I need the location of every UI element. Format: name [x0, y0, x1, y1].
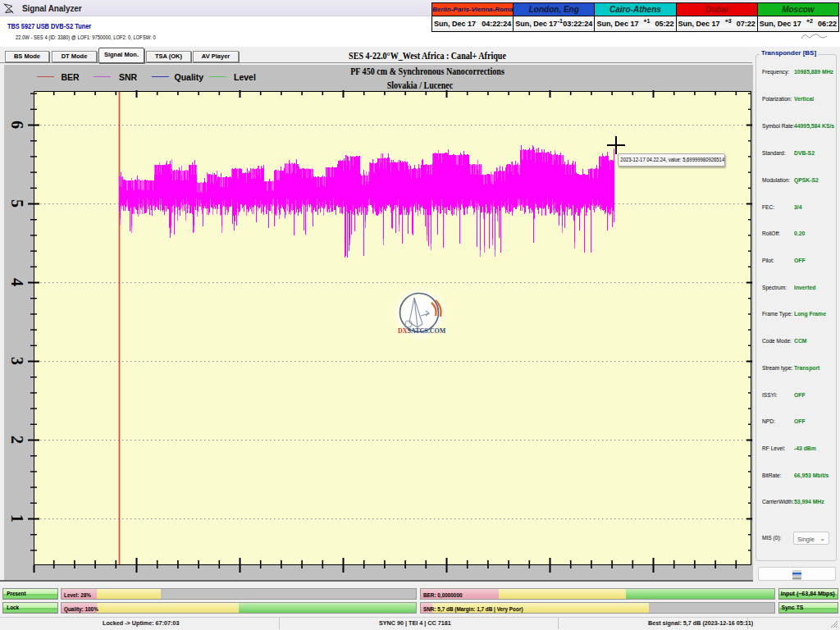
svg-text:DXSATCS.COM: DXSATCS.COM: [398, 327, 446, 335]
